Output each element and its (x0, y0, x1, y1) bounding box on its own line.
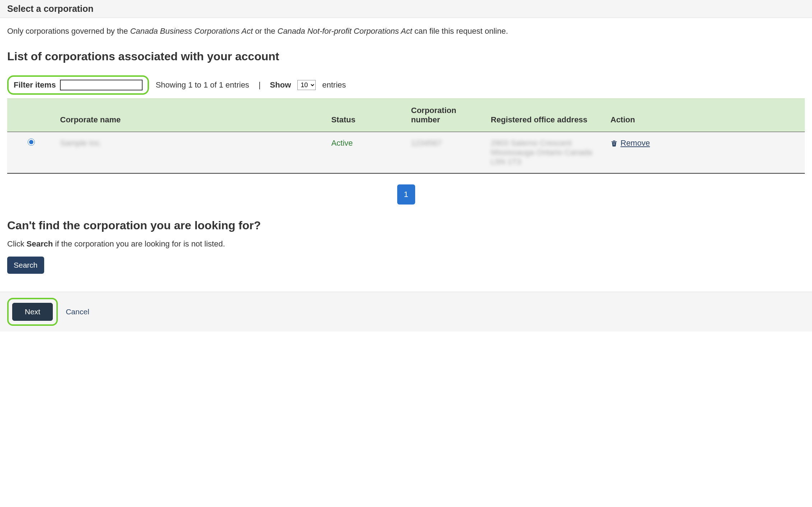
filter-input[interactable] (60, 80, 143, 90)
cell-number: 1234567 (406, 132, 486, 174)
cell-name: Sample Inc. (55, 132, 326, 174)
th-number: Corporation number (406, 99, 486, 132)
remove-link[interactable]: Remove (611, 139, 650, 148)
table-row: Sample Inc. Active 1234567 2903 Salerno … (7, 132, 805, 174)
intro-part1: Only corporations governed by the (7, 27, 130, 36)
intro-act2: Canada Not-for-profit Corporations Act (278, 27, 412, 36)
corp-name-redacted: Sample Inc. (60, 139, 102, 147)
filter-row: Filter items Showing 1 to 1 of 1 entries… (7, 75, 805, 95)
cancel-link[interactable]: Cancel (66, 308, 89, 316)
page-1-button[interactable]: 1 (397, 184, 415, 205)
footer-bar: Next Cancel (0, 292, 812, 332)
th-name: Corporate name (55, 99, 326, 132)
remove-label: Remove (621, 139, 650, 148)
th-status: Status (326, 99, 406, 132)
entries-select[interactable]: 10 (297, 80, 316, 90)
cantfind-heading: Can't find the corporation you are looki… (7, 219, 805, 232)
intro-act1: Canada Business Corporations Act (130, 27, 253, 36)
trash-icon (611, 139, 618, 147)
intro-part2: or the (253, 27, 277, 36)
intro-text: Only corporations governed by the Canada… (7, 25, 805, 37)
show-label: Show (270, 80, 291, 90)
corp-address-redacted: 2903 Salerno Crescent Mississauga Ontari… (491, 139, 592, 166)
table-header-row: Corporate name Status Corporation number… (7, 99, 805, 132)
next-button[interactable]: Next (12, 303, 53, 321)
cell-status: Active (326, 132, 406, 174)
corporations-table: Corporate name Status Corporation number… (7, 98, 805, 174)
intro-part3: can file this request online. (412, 27, 508, 36)
pagination: 1 (7, 184, 805, 205)
row-radio[interactable] (28, 139, 35, 146)
search-instruction: Click Search if the corporation you are … (7, 239, 805, 249)
page-title: Select a corporation (7, 4, 805, 14)
th-address: Registered office address (486, 99, 605, 132)
showing-text: Showing 1 to 1 of 1 entries (156, 80, 249, 90)
instr-bold: Search (27, 239, 53, 248)
th-select (7, 99, 55, 132)
instr-pre: Click (7, 239, 27, 248)
cell-select (7, 132, 55, 174)
list-heading: List of corporations associated with you… (7, 50, 805, 63)
showing-divider: | (259, 80, 261, 90)
main-content: Only corporations governed by the Canada… (0, 18, 812, 281)
corp-number-redacted: 1234567 (411, 139, 442, 147)
filter-label: Filter items (14, 80, 56, 90)
status-active: Active (331, 139, 353, 147)
th-action: Action (605, 99, 805, 132)
page-header: Select a corporation (0, 0, 812, 18)
filter-highlight: Filter items (7, 75, 149, 95)
next-highlight: Next (7, 298, 58, 326)
search-button[interactable]: Search (7, 257, 44, 274)
cell-action: Remove (605, 132, 805, 174)
entries-label: entries (322, 80, 346, 90)
cell-address: 2903 Salerno Crescent Mississauga Ontari… (486, 132, 605, 174)
instr-post: if the corporation you are looking for i… (53, 239, 225, 248)
